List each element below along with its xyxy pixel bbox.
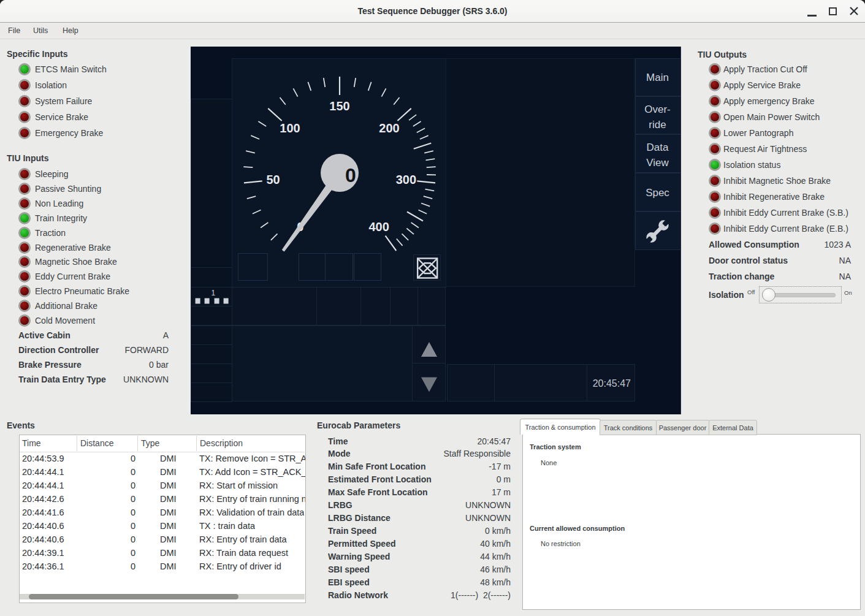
svg-text:50: 50 — [266, 173, 280, 186]
svg-text:200: 200 — [379, 121, 399, 135]
svg-text:100: 100 — [280, 121, 300, 135]
svg-text:150: 150 — [329, 99, 349, 113]
svg-text:300: 300 — [396, 173, 416, 186]
svg-text:1: 1 — [211, 289, 216, 297]
svg-text:400: 400 — [368, 220, 389, 234]
svg-text:0: 0 — [345, 164, 356, 186]
